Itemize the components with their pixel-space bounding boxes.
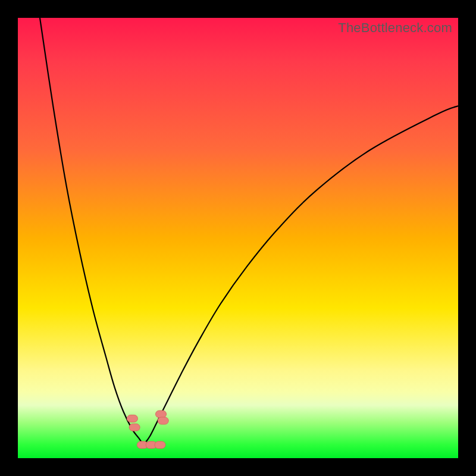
curve-left bbox=[40, 18, 143, 445]
plot-area: TheBottleneck.com bbox=[18, 18, 458, 458]
chart-frame: TheBottleneck.com bbox=[0, 0, 476, 476]
watermark-label: TheBottleneck.com bbox=[338, 20, 452, 36]
curve-right bbox=[143, 106, 458, 445]
markers-group bbox=[127, 411, 168, 449]
data-marker bbox=[156, 411, 167, 418]
curves-layer bbox=[18, 18, 458, 458]
data-marker bbox=[155, 441, 165, 449]
data-marker bbox=[129, 424, 140, 431]
data-marker bbox=[158, 417, 168, 424]
data-marker bbox=[127, 415, 137, 422]
